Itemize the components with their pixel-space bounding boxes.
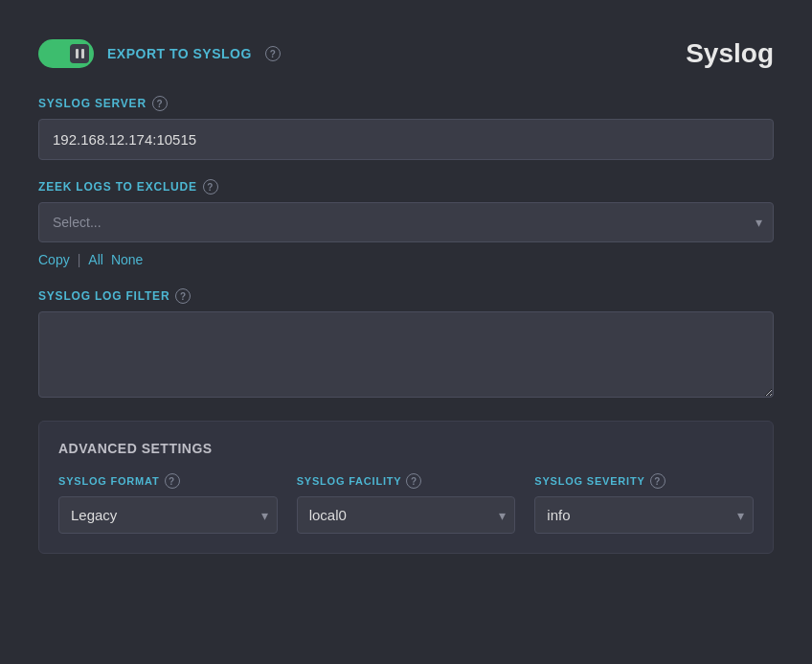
syslog-facility-col: SYSLOG FACILITY ? local0 local1 local2 l…	[297, 473, 516, 534]
header-left: EXPORT TO SYSLOG ?	[38, 39, 281, 68]
main-container: EXPORT TO SYSLOG ? Syslog SYSLOG SERVER …	[19, 19, 793, 573]
syslog-severity-select-wrapper: emergency alert critical error warning n…	[534, 496, 754, 534]
syslog-filter-help-icon[interactable]: ?	[175, 288, 191, 304]
syslog-server-input[interactable]	[38, 119, 774, 160]
zeek-logs-help-icon[interactable]: ?	[203, 179, 218, 195]
export-toggle[interactable]	[38, 39, 94, 68]
syslog-facility-select-wrapper: local0 local1 local2 local3 local4 local…	[297, 496, 516, 534]
syslog-format-select-wrapper: Legacy RFC 5424 CEF ▾	[58, 496, 278, 534]
syslog-format-select[interactable]: Legacy RFC 5424 CEF	[58, 496, 278, 534]
export-help-icon[interactable]: ?	[265, 46, 281, 61]
zeek-logs-section: ZEEK LOGS TO EXCLUDE ? Select... ▾ Copy …	[38, 179, 774, 269]
export-label: EXPORT TO SYSLOG	[107, 46, 252, 61]
syslog-format-label: SYSLOG FORMAT ?	[58, 473, 278, 489]
syslog-filter-label: SYSLOG LOG FILTER ?	[38, 288, 774, 304]
copy-separator: |	[78, 252, 81, 267]
syslog-format-col: SYSLOG FORMAT ? Legacy RFC 5424 CEF ▾	[58, 473, 278, 534]
syslog-format-help-icon[interactable]: ?	[165, 473, 180, 489]
advanced-settings-box: ADVANCED SETTINGS SYSLOG FORMAT ? Legacy…	[38, 421, 774, 554]
syslog-severity-select[interactable]: emergency alert critical error warning n…	[534, 496, 754, 534]
settings-grid: SYSLOG FORMAT ? Legacy RFC 5424 CEF ▾ SY…	[58, 473, 754, 534]
syslog-filter-section: SYSLOG LOG FILTER ?	[38, 288, 774, 401]
pause-icon	[70, 44, 89, 63]
syslog-server-section: SYSLOG SERVER ?	[38, 96, 774, 160]
syslog-facility-select[interactable]: local0 local1 local2 local3 local4 local…	[297, 496, 516, 534]
syslog-severity-col: SYSLOG SEVERITY ? emergency alert critic…	[534, 473, 754, 534]
none-button[interactable]: None	[111, 250, 143, 269]
syslog-facility-label: SYSLOG FACILITY ?	[297, 473, 516, 489]
syslog-filter-textarea[interactable]	[38, 311, 774, 398]
syslog-severity-label: SYSLOG SEVERITY ?	[534, 473, 754, 489]
syslog-severity-help-icon[interactable]: ?	[650, 473, 665, 489]
header: EXPORT TO SYSLOG ? Syslog	[38, 38, 774, 69]
copy-row: Copy | All None	[38, 250, 774, 269]
pause-bar-1	[76, 49, 79, 58]
pause-bar-2	[81, 49, 84, 58]
syslog-server-help-icon[interactable]: ?	[152, 96, 168, 111]
syslog-facility-help-icon[interactable]: ?	[406, 473, 421, 489]
zeek-logs-label: ZEEK LOGS TO EXCLUDE ?	[38, 179, 774, 195]
zeek-logs-select[interactable]: Select...	[38, 202, 774, 242]
page-title: Syslog	[686, 38, 774, 69]
all-button[interactable]: All	[88, 250, 103, 269]
advanced-settings-title: ADVANCED SETTINGS	[58, 441, 754, 456]
zeek-logs-select-wrapper: Select... ▾	[38, 202, 774, 242]
copy-button[interactable]: Copy	[38, 250, 70, 269]
syslog-server-label: SYSLOG SERVER ?	[38, 96, 774, 111]
